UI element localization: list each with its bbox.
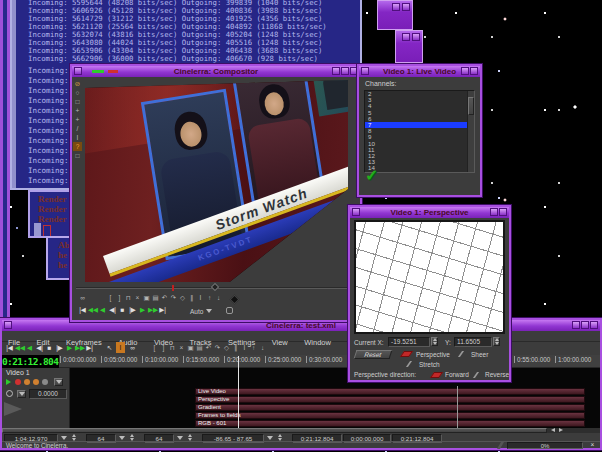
channels-titlebar[interactable]: Video 1: Live Video — [359, 66, 480, 77]
close-icon[interactable] — [402, 3, 410, 11]
frame-reverse-button[interactable]: ◀| — [35, 343, 44, 352]
effect-bar-perspective[interactable]: Perspective — [195, 396, 585, 403]
channel-scrollbar[interactable] — [467, 91, 474, 172]
confirm-check-icon[interactable]: ✓ — [365, 167, 378, 185]
shaded-window[interactable] — [395, 30, 423, 63]
minimize-icon[interactable] — [572, 321, 580, 329]
y-stepper[interactable] — [493, 337, 500, 346]
insertion-point-line[interactable] — [238, 356, 239, 428]
timebar[interactable]: 0:00:00.000 0:05:00.000 0:10:00.000 0:15… — [59, 355, 600, 368]
close-icon[interactable] — [412, 33, 420, 41]
redo-button[interactable]: ↷ — [213, 343, 222, 352]
fast-reverse-button[interactable]: ◀◀ — [88, 305, 97, 314]
cut-button[interactable]: × — [133, 293, 142, 302]
scrollbar-thumb[interactable] — [468, 97, 474, 115]
record-toggle[interactable] — [15, 379, 21, 385]
fast-forward-button[interactable]: ▶▶ — [148, 305, 157, 314]
mask-tool-icon[interactable]: □ — [73, 97, 82, 106]
reverse-radio-label[interactable]: Reverse — [485, 371, 509, 378]
current-x-stepper[interactable] — [431, 337, 438, 346]
expand-button[interactable]: ↑ — [205, 293, 214, 302]
shaded-window-button[interactable] — [392, 3, 400, 11]
splice-button[interactable]: ⊓ — [124, 293, 133, 302]
play-reverse-button[interactable]: ◀ — [25, 343, 34, 352]
perspective-radio-label[interactable]: Perspective — [416, 351, 450, 358]
gang-toggle[interactable] — [24, 379, 30, 385]
window-menu-icon[interactable] — [4, 321, 12, 329]
perspective-canvas[interactable] — [354, 220, 505, 334]
copy-button[interactable]: ▣ — [186, 343, 195, 352]
stop-button[interactable]: ■ — [118, 305, 127, 314]
magnify-icon[interactable]: ○ — [73, 88, 82, 97]
track-dropdown[interactable] — [54, 378, 63, 386]
scroll-right-icon[interactable] — [559, 428, 563, 432]
safe-regions-icon[interactable]: □ — [73, 151, 82, 160]
y-field[interactable]: 11.6505 — [454, 337, 492, 347]
label-button[interactable]: ◇ — [178, 293, 187, 302]
window-menu-icon[interactable] — [74, 67, 82, 75]
fader-dropdown[interactable] — [17, 390, 26, 398]
projector-tool-icon[interactable]: + — [73, 115, 82, 124]
eyedropper-icon[interactable]: I — [73, 133, 82, 142]
patchbay-expander[interactable] — [4, 402, 22, 416]
stretch-radio-label[interactable]: Stretch — [419, 361, 440, 368]
rewind-button[interactable]: |◀ — [5, 343, 14, 352]
outpoint-button[interactable]: ] — [159, 343, 168, 352]
arrow-mode-icon[interactable]: ↖ — [105, 343, 114, 352]
perspective-titlebar[interactable]: Video 1: Perspective — [350, 207, 509, 218]
play-button[interactable]: ▶ — [138, 305, 147, 314]
play-toggle[interactable] — [6, 379, 11, 385]
stretch-radio-icon[interactable] — [406, 361, 417, 367]
play-button[interactable]: ▶ — [65, 343, 74, 352]
link-mode-icon[interactable]: ∞ — [128, 343, 137, 352]
crop-tool-icon[interactable]: / — [73, 124, 82, 133]
keyframe-diamond[interactable] — [230, 295, 240, 305]
collapse-button[interactable]: ↓ — [214, 293, 223, 302]
auto-dropdown[interactable]: Auto — [186, 306, 220, 316]
fit-button[interactable]: ∥ — [231, 343, 240, 352]
track-title[interactable]: Video 1 — [6, 369, 30, 376]
fader-curve-icon[interactable] — [6, 390, 13, 397]
paste-button[interactable]: ▤ — [195, 343, 204, 352]
forward-radio-checked-icon[interactable] — [430, 372, 443, 378]
sheer-radio-label[interactable]: Sheer — [471, 351, 488, 358]
mute-toggle[interactable] — [42, 379, 48, 385]
lock-icon[interactable] — [226, 307, 233, 314]
link-mode-icon[interactable]: ∞ — [78, 293, 87, 302]
maximize-icon[interactable] — [490, 208, 498, 216]
paste-button[interactable]: ▤ — [151, 293, 160, 302]
camera-tool-icon[interactable]: + — [73, 106, 82, 115]
effect-bar-rgb601[interactable]: RGB - 601 — [195, 420, 585, 427]
insert-button[interactable]: I — [240, 343, 249, 352]
compositor-canvas[interactable]: Storm Watch KGO-TVDT — [85, 80, 348, 282]
channel-item[interactable]: 14 — [365, 165, 474, 171]
minimize-icon[interactable] — [332, 67, 340, 75]
effect-bar-gradient[interactable]: Gradient — [195, 404, 585, 411]
stop-button[interactable]: ■ — [45, 343, 54, 352]
collapse-button[interactable]: ↓ — [258, 343, 267, 352]
forward-radio-label[interactable]: Forward — [445, 371, 469, 378]
close-icon[interactable] — [590, 321, 598, 329]
compositor-titlebar[interactable]: Cinelerra: Compositor — [72, 66, 360, 77]
frame-reverse-button[interactable]: ◀| — [108, 305, 117, 314]
fit-button[interactable]: ∥ — [187, 293, 196, 302]
undo-button[interactable]: ↶ — [160, 293, 169, 302]
end-button[interactable]: ▶| — [158, 305, 167, 314]
rewind-button[interactable]: |◀ — [78, 305, 87, 314]
inpoint-button[interactable]: [ — [106, 293, 115, 302]
splice-button[interactable]: ⊓ — [168, 343, 177, 352]
fast-forward-button[interactable]: ▶▶ — [75, 343, 84, 352]
maximize-icon[interactable] — [581, 321, 589, 329]
render-scroll-fragment[interactable] — [34, 223, 41, 236]
end-button[interactable]: ▶| — [85, 343, 94, 352]
draw-toggle[interactable] — [33, 379, 39, 385]
protect-video-icon[interactable]: ⊘ — [73, 79, 82, 88]
frame-forward-button[interactable]: |▶ — [128, 305, 137, 314]
shaded-window-button[interactable] — [402, 33, 410, 41]
scroll-left-icon[interactable] — [551, 428, 555, 432]
perspective-grid[interactable] — [354, 220, 505, 334]
shaded-window[interactable] — [377, 0, 413, 30]
fast-reverse-button[interactable]: ◀◀ — [15, 343, 24, 352]
terminal-scrollbar[interactable] — [12, 0, 16, 188]
fader-value[interactable]: 0.0000 — [29, 389, 67, 399]
